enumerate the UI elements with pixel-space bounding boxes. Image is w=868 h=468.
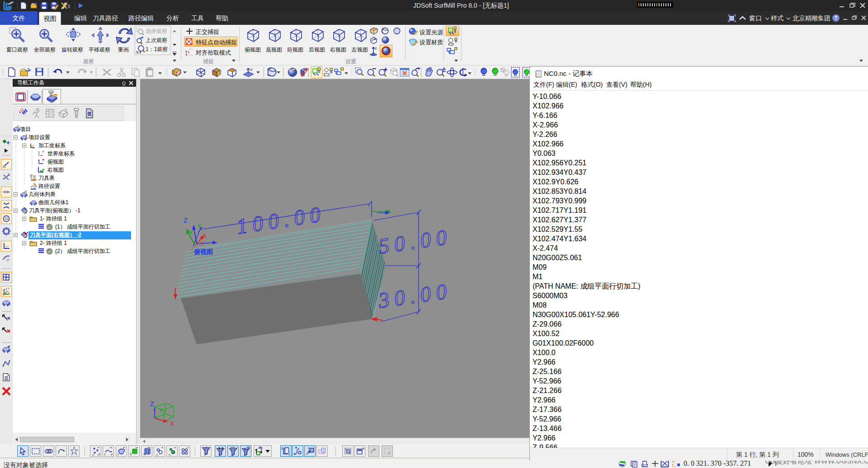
svg-text:Z: Z bbox=[184, 216, 188, 224]
svg-text:x: x bbox=[8, 291, 9, 294]
svg-text:Y: Y bbox=[8, 287, 9, 290]
svg-text:Y: Y bbox=[189, 229, 193, 236]
svg-text:Y: Y bbox=[197, 222, 202, 229]
svg-text:1:1: 1:1 bbox=[136, 50, 142, 54]
svg-text:俯视图: 俯视图 bbox=[193, 248, 213, 255]
svg-text:X: X bbox=[203, 233, 207, 239]
svg-text:Y: Y bbox=[201, 241, 204, 246]
svg-text:Z: Z bbox=[150, 400, 154, 407]
svg-text:Z: Z bbox=[5, 288, 7, 290]
svg-text:X: X bbox=[170, 420, 175, 427]
svg-text:Y: Y bbox=[159, 407, 163, 414]
